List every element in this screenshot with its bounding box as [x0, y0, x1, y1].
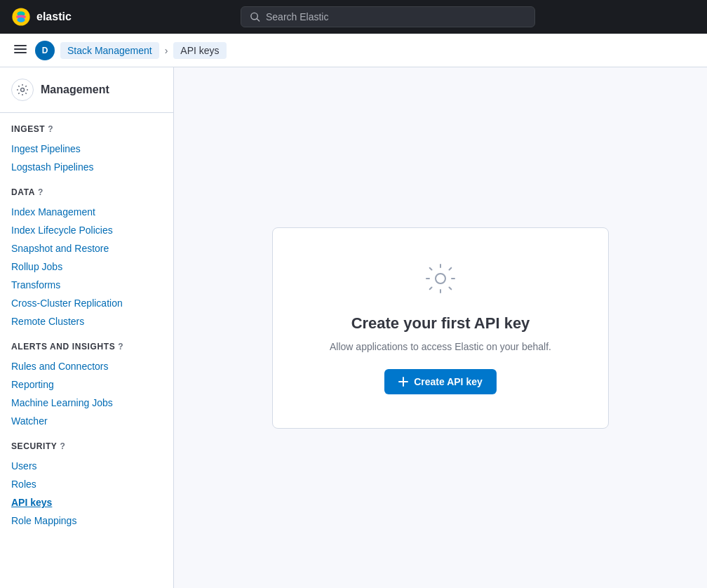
- hamburger-icon: [14, 43, 27, 55]
- sidebar-item-cross-cluster-replication[interactable]: Cross-Cluster Replication: [11, 294, 162, 312]
- empty-state-card: Create your first API key Allow applicat…: [272, 227, 609, 429]
- sidebar-header: Management: [0, 79, 173, 113]
- sidebar-item-roles[interactable]: Roles: [11, 475, 162, 493]
- ingest-help-icon[interactable]: ?: [48, 124, 53, 134]
- elastic-wordmark: elastic: [36, 11, 72, 23]
- sidebar-item-role-mappings[interactable]: Role Mappings: [11, 512, 162, 530]
- api-key-icon: [318, 262, 563, 303]
- sidebar-section-alerts: Alerts and Insights ? Rules and Connecto…: [0, 342, 173, 430]
- sidebar-item-ingest-pipelines[interactable]: Ingest Pipelines: [11, 140, 162, 158]
- sidebar-item-snapshot-and-restore[interactable]: Snapshot and Restore: [11, 239, 162, 258]
- security-help-icon[interactable]: ?: [60, 441, 65, 451]
- sidebar-section-data: Data ? Index Management Index Lifecycle …: [0, 187, 173, 330]
- sidebar-item-watcher[interactable]: Watcher: [11, 412, 162, 430]
- svg-rect-7: [14, 48, 27, 50]
- sidebar-item-machine-learning-jobs[interactable]: Machine Learning Jobs: [11, 394, 162, 412]
- sidebar-section-security: Security ? Users Roles API keys Role Map…: [0, 441, 173, 530]
- search-icon: [250, 11, 260, 22]
- sidebar-section-ingest: Ingest ? Ingest Pipelines Logstash Pipel…: [0, 124, 173, 176]
- svg-rect-6: [14, 45, 27, 46]
- sidebar-item-rollup-jobs[interactable]: Rollup Jobs: [11, 258, 162, 276]
- user-avatar[interactable]: D: [35, 41, 55, 60]
- alerts-help-icon[interactable]: ?: [118, 342, 123, 352]
- sidebar-title: Management: [41, 83, 109, 96]
- sidebar-item-rules-and-connectors[interactable]: Rules and Connectors: [11, 357, 162, 375]
- breadcrumb-current: API keys: [173, 42, 226, 59]
- section-heading-data: Data ?: [11, 187, 162, 197]
- section-heading-security: Security ?: [11, 441, 162, 451]
- search-input[interactable]: [266, 11, 526, 22]
- sidebar-item-transforms[interactable]: Transforms: [11, 276, 162, 294]
- hamburger-button[interactable]: [11, 40, 29, 60]
- main-layout: Management Ingest ? Ingest Pipelines Log…: [0, 67, 707, 588]
- sidebar-item-reporting[interactable]: Reporting: [11, 375, 162, 394]
- sidebar-item-logstash-pipelines[interactable]: Logstash Pipelines: [11, 158, 162, 176]
- svg-rect-8: [14, 52, 27, 53]
- svg-point-3: [17, 18, 25, 22]
- top-nav: elastic: [0, 0, 707, 34]
- plus-icon: [398, 377, 408, 387]
- empty-state-title: Create your first API key: [318, 314, 563, 333]
- data-help-icon[interactable]: ?: [38, 187, 43, 197]
- main-content: Create your first API key Allow applicat…: [174, 67, 707, 588]
- create-api-key-button[interactable]: Create API key: [384, 369, 497, 394]
- empty-state-description: Allow applications to access Elastic on …: [318, 341, 563, 352]
- sidebar-gear-icon: [11, 79, 34, 101]
- section-heading-ingest: Ingest ?: [11, 124, 162, 134]
- svg-point-9: [21, 88, 25, 92]
- sidebar-item-index-lifecycle-policies[interactable]: Index Lifecycle Policies: [11, 221, 162, 239]
- sidebar: Management Ingest ? Ingest Pipelines Log…: [0, 67, 174, 588]
- elastic-logo[interactable]: elastic: [11, 7, 72, 27]
- elastic-logo-icon: [11, 7, 31, 27]
- search-bar[interactable]: [241, 6, 535, 27]
- svg-line-5: [257, 19, 259, 21]
- sidebar-item-index-management[interactable]: Index Management: [11, 203, 162, 221]
- svg-point-10: [436, 274, 445, 283]
- breadcrumb-parent[interactable]: Stack Management: [60, 42, 159, 59]
- sidebar-item-remote-clusters[interactable]: Remote Clusters: [11, 312, 162, 330]
- breadcrumb-separator: ›: [165, 45, 168, 56]
- sidebar-item-api-keys[interactable]: API keys: [11, 493, 162, 512]
- sidebar-item-users[interactable]: Users: [11, 457, 162, 475]
- gear-large-icon: [424, 262, 457, 295]
- section-heading-alerts: Alerts and Insights ?: [11, 342, 162, 352]
- breadcrumb-bar: D Stack Management › API keys: [0, 34, 707, 67]
